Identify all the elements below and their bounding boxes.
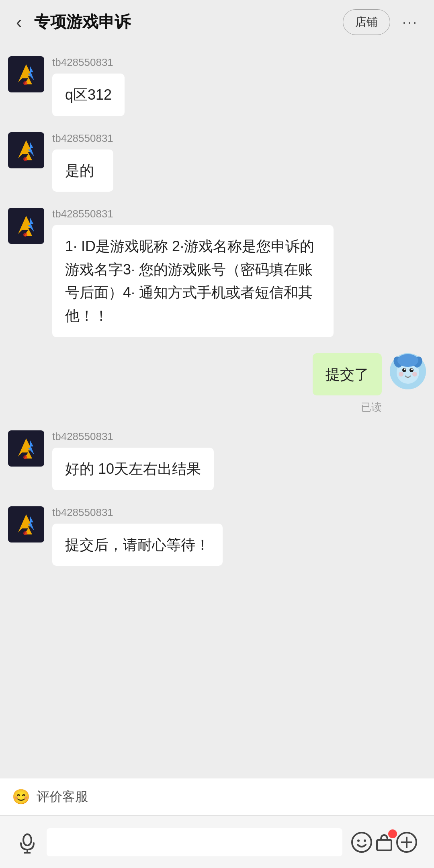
svg-point-30 <box>23 531 27 535</box>
message-row: tb4285508311· ID是游戏昵称 2·游戏名称是您申诉的游戏名字3· … <box>8 208 426 337</box>
svg-rect-37 <box>377 840 391 850</box>
message-sender: tb428550831 <box>52 208 334 220</box>
tencent-avatar <box>8 506 44 542</box>
message-bubble: q区312 <box>52 74 125 116</box>
message-content: tb4285508311· ID是游戏昵称 2·游戏名称是您申诉的游戏名字3· … <box>52 208 334 337</box>
message-content: tb428550831提交后，请耐心等待！ <box>52 506 223 566</box>
tencent-avatar <box>8 132 44 168</box>
message-row: 提交了已读 <box>8 353 426 415</box>
svg-point-17 <box>411 368 413 370</box>
plus-button[interactable] <box>395 831 418 854</box>
page-title: 专项游戏申诉 <box>34 11 335 33</box>
emoji-button[interactable] <box>350 831 373 854</box>
chat-area: tb428550831q区312 tb428550831是的 <box>0 44 434 778</box>
message-bubble: 1· ID是游戏昵称 2·游戏名称是您申诉的游戏名字3· 您的游戏账号（密码填在… <box>52 225 334 337</box>
message-sender: tb428550831 <box>52 506 223 519</box>
svg-point-18 <box>399 372 403 377</box>
message-content: tb428550831是的 <box>52 132 113 192</box>
message-row: tb428550831是的 <box>8 132 426 192</box>
message-row: tb428550831q区312 <box>8 56 426 116</box>
svg-point-36 <box>364 839 366 842</box>
svg-point-11 <box>23 233 27 237</box>
svg-point-34 <box>352 833 371 852</box>
rating-label[interactable]: 评价客服 <box>37 788 88 806</box>
message-content: tb428550831q区312 <box>52 56 125 116</box>
tencent-avatar <box>8 56 44 92</box>
header: ‹ 专项游戏申诉 店铺 ··· <box>0 0 434 44</box>
message-bubble: 提交后，请耐心等待！ <box>52 524 223 566</box>
input-toolbar <box>0 816 434 868</box>
svg-point-26 <box>23 455 27 459</box>
svg-point-16 <box>404 368 405 370</box>
svg-point-22 <box>397 354 418 367</box>
message-row: tb428550831好的 10天左右出结果 <box>8 430 426 490</box>
message-bubble: 好的 10天左右出结果 <box>52 448 214 490</box>
more-button[interactable]: ··· <box>398 10 422 35</box>
back-button[interactable]: ‹ <box>12 8 26 36</box>
svg-point-35 <box>357 839 360 842</box>
read-status: 已读 <box>313 400 382 414</box>
svg-point-31 <box>23 834 31 845</box>
shop-button[interactable] <box>373 831 395 854</box>
rating-bar[interactable]: 😊 评价客服 <box>0 778 434 816</box>
message-content: 提交了已读 <box>313 353 382 415</box>
message-sender: tb428550831 <box>52 56 125 69</box>
user-avatar <box>390 353 426 389</box>
message-row: tb428550831提交后，请耐心等待！ <box>8 506 426 566</box>
message-bubble: 是的 <box>52 149 113 192</box>
tencent-avatar <box>8 208 44 244</box>
tencent-avatar <box>8 430 44 467</box>
rating-emoji-icon: 😊 <box>12 788 30 805</box>
store-button[interactable]: 店铺 <box>343 9 390 35</box>
message-bubble: 提交了 <box>313 353 382 396</box>
message-sender: tb428550831 <box>52 430 214 443</box>
svg-point-3 <box>23 81 27 85</box>
svg-point-19 <box>412 372 417 377</box>
message-input[interactable] <box>47 828 342 856</box>
voice-button[interactable] <box>16 831 39 854</box>
message-sender: tb428550831 <box>52 132 113 145</box>
svg-point-7 <box>23 157 27 161</box>
message-content: tb428550831好的 10天左右出结果 <box>52 430 214 490</box>
